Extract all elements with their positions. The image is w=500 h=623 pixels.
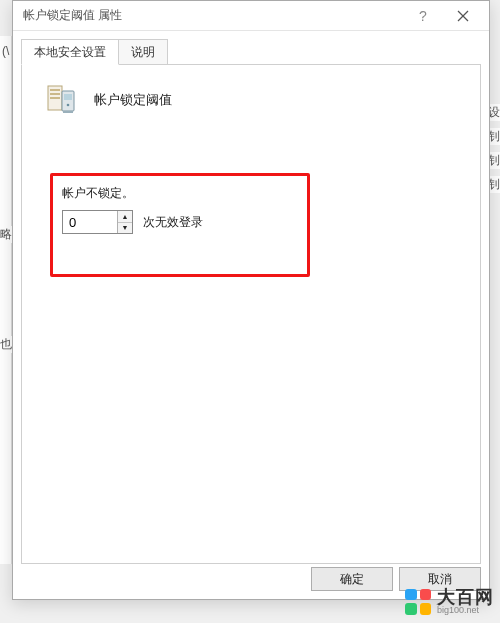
svg-rect-3	[50, 89, 60, 91]
dialog-title: 帐户锁定阈值 属性	[23, 7, 122, 24]
not-locked-label: 帐户不锁定。	[62, 185, 203, 202]
watermark-logo-icon	[405, 589, 431, 615]
bg-text: (\	[2, 44, 9, 58]
svg-point-8	[67, 104, 70, 107]
titlebar[interactable]: 帐户锁定阈值 属性 ?	[13, 1, 489, 31]
spinner-down[interactable]: ▼	[118, 223, 132, 234]
watermark-brand: 大百网	[437, 588, 494, 606]
tab-description[interactable]: 说明	[118, 39, 168, 65]
ok-button[interactable]: 确定	[311, 567, 393, 591]
watermark-url: big100.net	[437, 606, 494, 615]
svg-rect-7	[64, 94, 72, 100]
close-icon	[457, 10, 469, 22]
lockout-threshold-input[interactable]	[63, 211, 117, 233]
properties-dialog: 帐户锁定阈值 属性 ? 本地安全设置 说明	[12, 0, 490, 600]
svg-rect-9	[63, 111, 73, 113]
watermark: 大百网 big100.net	[405, 588, 494, 615]
close-button[interactable]	[443, 2, 483, 30]
spinner-up[interactable]: ▲	[118, 211, 132, 223]
tab-panel-local-security: 帐户锁定阈值 帐户不锁定。 ▲ ▼ 次无效登录	[21, 64, 481, 564]
tab-bar: 本地安全设置 说明	[21, 39, 481, 65]
help-button[interactable]: ?	[403, 2, 443, 30]
bg-text: 略	[0, 226, 12, 243]
bg-text: 也	[0, 336, 12, 353]
lockout-threshold-spinner[interactable]: ▲ ▼	[62, 210, 133, 234]
threshold-suffix-label: 次无效登录	[143, 214, 203, 231]
tab-local-security[interactable]: 本地安全设置	[21, 39, 119, 65]
policy-heading: 帐户锁定阈值	[94, 91, 172, 109]
svg-rect-4	[50, 93, 60, 95]
policy-icon	[44, 83, 78, 117]
svg-rect-5	[50, 97, 60, 99]
